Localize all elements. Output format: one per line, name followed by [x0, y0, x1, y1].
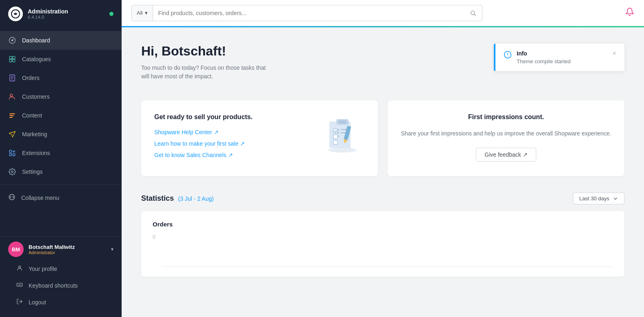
- help-card-title: Get ready to sell your products.: [154, 113, 312, 121]
- feedback-card: First impressions count. Share your firs…: [388, 100, 624, 176]
- sidebar-label-content: Content: [22, 112, 42, 119]
- search-input[interactable]: [153, 10, 464, 16]
- collapse-icon: [8, 193, 16, 202]
- profile-label: Your profile: [29, 266, 57, 272]
- help-card-links: Get ready to sell your products. Shopwar…: [154, 113, 312, 163]
- help-card: Get ready to sell your products. Shopwar…: [141, 100, 378, 176]
- chart-zero-label: 0: [153, 234, 155, 240]
- settings-icon: [8, 168, 16, 176]
- content-icon: [8, 111, 16, 120]
- info-close-button[interactable]: ×: [613, 50, 616, 57]
- notification-button[interactable]: [625, 7, 634, 19]
- feedback-card-desc: Share your first impressions and help us…: [401, 129, 611, 138]
- sidebar-item-extensions[interactable]: Extensions: [0, 144, 122, 162]
- svg-point-34: [328, 148, 357, 153]
- svg-rect-13: [9, 113, 15, 114]
- stats-period-label: Last 30 days: [579, 195, 609, 202]
- svg-rect-17: [9, 154, 11, 156]
- sidebar-label-orders: Orders: [22, 75, 40, 81]
- dashboard-icon: [8, 36, 16, 44]
- info-text: Info Theme compile started: [517, 50, 604, 64]
- help-link-3[interactable]: Get to know Sales Channels ↗: [154, 152, 312, 158]
- app-logo: [8, 7, 23, 21]
- sidebar-item-content[interactable]: Content: [0, 106, 122, 125]
- search-filter-label: All: [137, 10, 142, 16]
- help-card-content: Get ready to sell your products. Shopwar…: [154, 113, 365, 163]
- give-feedback-label: Give feedback ↗: [484, 151, 527, 158]
- svg-rect-15: [9, 117, 13, 118]
- sidebar-item-orders[interactable]: Orders: [0, 69, 122, 87]
- give-feedback-button[interactable]: Give feedback ↗: [476, 148, 536, 162]
- orders-icon: [8, 74, 16, 82]
- user-name: Botschaft Mallwitz: [29, 244, 75, 250]
- stats-title: Statistics: [141, 194, 174, 202]
- svg-rect-7: [13, 60, 15, 62]
- sidebar-item-profile[interactable]: Your profile: [8, 260, 113, 277]
- extensions-icon: [8, 149, 16, 157]
- svg-rect-39: [341, 129, 347, 130]
- stats-period-select[interactable]: Last 30 days: [573, 193, 624, 204]
- feedback-card-title: First impressions count.: [401, 113, 611, 121]
- sidebar-item-keyboard[interactable]: Keyboard shortcuts: [8, 277, 113, 294]
- stats-header: Statistics (3 Jul - 2 Aug) Last 30 days: [141, 193, 624, 204]
- card-illustration: [320, 113, 365, 154]
- user-info: Botschaft Mallwitz Administrator: [29, 244, 75, 255]
- info-icon: [504, 51, 512, 61]
- sidebar-item-settings[interactable]: Settings: [0, 162, 122, 181]
- chart-baseline: [162, 266, 613, 267]
- topbar-right: [625, 7, 634, 19]
- logout-icon: [16, 298, 23, 306]
- orders-chart-title: Orders: [153, 221, 613, 228]
- svg-rect-45: [333, 140, 338, 144]
- customers-icon: [8, 93, 16, 101]
- sidebar-item-customers[interactable]: Customers: [0, 87, 122, 106]
- user-avatar: BM: [8, 242, 24, 257]
- svg-rect-6: [9, 60, 12, 62]
- collapse-menu-label: Collapse menu: [21, 195, 59, 201]
- stats-date-range: (3 Jul - 2 Aug): [178, 195, 214, 202]
- user-role: Administrator: [29, 250, 75, 255]
- svg-rect-4: [9, 56, 12, 59]
- search-filter-button[interactable]: All ▾: [132, 5, 153, 21]
- sidebar-item-logout[interactable]: Logout: [8, 294, 113, 310]
- search-submit-button[interactable]: [464, 5, 482, 21]
- svg-rect-14: [9, 115, 14, 116]
- user-profile-button[interactable]: BM Botschaft Mallwitz Administrator ▾: [8, 242, 113, 257]
- svg-rect-16: [9, 150, 11, 152]
- svg-rect-22: [17, 283, 22, 286]
- sidebar-item-dashboard[interactable]: Dashboard: [0, 31, 122, 50]
- sidebar-label-marketing: Marketing: [22, 131, 47, 137]
- info-message: Theme compile started: [517, 58, 604, 64]
- person-icon: [16, 265, 23, 273]
- svg-line-30: [474, 14, 476, 16]
- user-section: BM Botschaft Mallwitz Administrator ▾ Yo…: [0, 236, 122, 317]
- help-link-1[interactable]: Shopware Help Center ↗: [154, 129, 312, 135]
- stats-card: Orders 0: [141, 211, 624, 277]
- collapse-menu-item[interactable]: Collapse menu: [0, 188, 122, 207]
- app-version: 6.4.14.0: [28, 15, 104, 20]
- topbar: All ▾: [122, 0, 644, 26]
- main-content: All ▾ Hi, Botscha: [122, 0, 644, 317]
- svg-rect-37: [338, 120, 346, 124]
- svg-rect-18: [13, 154, 15, 156]
- stats-title-block: Statistics (3 Jul - 2 Aug): [141, 194, 214, 203]
- sidebar-item-marketing[interactable]: Marketing: [0, 125, 122, 144]
- period-chevron-icon: [613, 196, 618, 202]
- app-name: Administration: [28, 8, 104, 15]
- sidebar: Administration 6.4.14.0 Dashboard: [0, 0, 122, 317]
- svg-point-12: [10, 94, 13, 96]
- app-title-block: Administration 6.4.14.0: [28, 8, 104, 20]
- statistics-section: Statistics (3 Jul - 2 Aug) Last 30 days …: [141, 193, 624, 277]
- sidebar-label-extensions: Extensions: [22, 150, 50, 156]
- search-filter-chevron: ▾: [145, 10, 148, 16]
- logout-label: Logout: [29, 299, 46, 306]
- keyboard-label: Keyboard shortcuts: [29, 282, 78, 289]
- orders-chart: 0: [153, 234, 613, 267]
- sidebar-label-catalogues: Catalogues: [22, 56, 51, 62]
- welcome-section: Hi, Botschaft! Too much to do today? Foc…: [141, 44, 624, 81]
- search-icon: [470, 10, 476, 16]
- sidebar-item-catalogues[interactable]: Catalogues: [0, 50, 122, 69]
- svg-point-33: [507, 56, 508, 57]
- help-link-2[interactable]: Learn how to make your first sale ↗: [154, 140, 312, 147]
- info-notification: Info Theme compile started ×: [494, 44, 624, 71]
